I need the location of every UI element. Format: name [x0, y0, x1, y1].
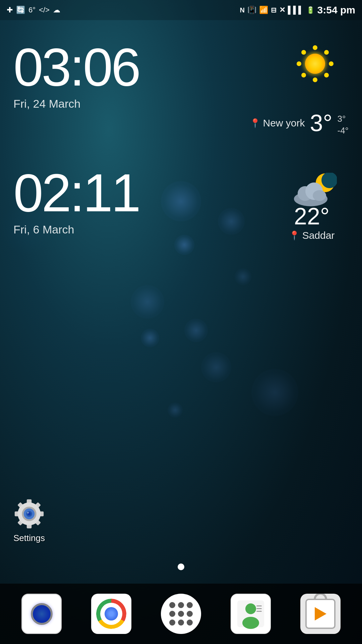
status-time: 3:54 pm — [317, 4, 355, 16]
drawer-dot — [178, 611, 184, 617]
clock-1-date: Fri, 24 March — [13, 97, 282, 110]
location-pin-1: 📍 — [250, 118, 260, 128]
drawer-dot — [169, 620, 175, 626]
chrome-app[interactable] — [91, 594, 131, 634]
weather-temp-1-main: 3° — [310, 111, 333, 135]
signal-icon: ▌▌▌ — [288, 6, 304, 14]
svg-point-3 — [329, 61, 334, 66]
drawer-dot — [187, 611, 193, 617]
drawer-dot — [169, 602, 175, 608]
chrome-icon — [96, 599, 126, 629]
main-content: 03:06 Fri, 24 March — [0, 20, 362, 543]
drawer-dot — [187, 620, 193, 626]
status-icons-left: ✚ 🔄 6° </> ☁ — [7, 6, 60, 14]
cloud-moon-icon — [290, 173, 334, 203]
cloud-icon: ☁ — [53, 6, 60, 14]
nfc-icon: N — [240, 6, 244, 14]
svg-point-30 — [245, 603, 256, 614]
clock-2-weather: 22° 📍 Saddar — [275, 166, 349, 241]
svg-point-6 — [301, 73, 306, 77]
play-store-bag — [305, 599, 336, 629]
svg-point-14 — [313, 190, 326, 201]
weather-temp-2-main: 22° — [294, 205, 329, 228]
app-drawer-button[interactable] — [161, 594, 201, 634]
storage-icon: ⊟ — [271, 6, 277, 14]
play-bag-handle — [314, 594, 327, 600]
chrome-center — [105, 607, 118, 621]
sun-svg — [295, 44, 335, 84]
status-icons-right: N 📳 📶 ⊟ ✕ ▌▌▌ 🔋 3:54 pm — [240, 4, 355, 16]
svg-point-8 — [305, 54, 325, 74]
sun-icon — [295, 44, 335, 84]
svg-point-4 — [301, 50, 306, 55]
weather-location-1: 📍 New york — [250, 117, 305, 129]
svg-point-1 — [313, 77, 317, 82]
svg-point-0 — [313, 45, 317, 50]
play-triangle-icon — [315, 607, 326, 621]
drawer-dots-grid — [162, 595, 200, 633]
svg-point-2 — [297, 61, 301, 66]
svg-rect-33 — [256, 608, 262, 609]
svg-rect-34 — [256, 611, 262, 612]
drawer-dot — [169, 611, 175, 617]
svg-point-5 — [324, 50, 329, 55]
clock-widget-1: 03:06 Fri, 24 March — [13, 40, 349, 110]
page-dot-1 — [178, 564, 184, 570]
settings-gear-icon — [14, 499, 44, 529]
temp-low-1: -4° — [337, 125, 349, 136]
page-indicator — [178, 564, 184, 570]
temp-icon: 6° — [28, 6, 36, 14]
weather-location-2: 📍 Saddar — [289, 230, 335, 241]
clock-2-time: 02:11 — [13, 166, 275, 220]
clock-1-left: 03:06 Fri, 24 March — [13, 40, 282, 110]
add-icon: ✚ — [7, 6, 13, 14]
clock-widget-2: 02:11 Fri, 6 March 22° — [13, 166, 349, 241]
city-name-1: New york — [263, 117, 305, 129]
clock-1-weather — [282, 40, 349, 84]
svg-rect-32 — [256, 605, 262, 606]
weather-temp-1-range: 3° -4° — [337, 110, 349, 136]
svg-point-31 — [242, 617, 259, 629]
drawer-dot — [178, 620, 184, 626]
sync-icon: 🔄 — [16, 6, 25, 14]
vibrate-icon: 📳 — [247, 6, 256, 14]
settings-app[interactable]: Settings — [13, 499, 45, 543]
temp-value-2: 22° — [294, 203, 329, 229]
battery-icon: 🔋 — [306, 6, 315, 14]
city-name-2: Saddar — [302, 230, 335, 241]
cloud-moon-svg — [290, 173, 337, 206]
camera-lens-icon — [31, 603, 53, 625]
status-bar: ✚ 🔄 6° </> ☁ N 📳 📶 ⊟ ✕ ▌▌▌ 🔋 3:54 pm — [0, 0, 362, 20]
clock-2-left: 02:11 Fri, 6 March — [13, 166, 275, 236]
svg-point-7 — [324, 73, 329, 77]
contacts-icon — [236, 599, 266, 629]
settings-label: Settings — [13, 533, 45, 543]
temp-high-1: 3° — [337, 114, 349, 124]
wifi-icon: 📶 — [259, 6, 268, 14]
contacts-app[interactable] — [231, 594, 271, 634]
x-icon: ✕ — [279, 6, 285, 14]
code-icon: </> — [39, 6, 50, 14]
svg-point-28 — [27, 512, 29, 514]
clock-1-time: 03:06 — [13, 40, 282, 94]
location-pin-2: 📍 — [289, 230, 300, 241]
dock — [0, 584, 362, 644]
clock-2-date: Fri, 6 March — [13, 223, 275, 236]
drawer-dot — [178, 602, 184, 608]
weather-row-1: 📍 New york 3° 3° -4° — [13, 110, 349, 136]
drawer-dot — [187, 602, 193, 608]
home-icons-area: Settings — [13, 499, 45, 543]
play-store-app[interactable] — [300, 594, 341, 634]
camera-app[interactable] — [21, 594, 62, 634]
